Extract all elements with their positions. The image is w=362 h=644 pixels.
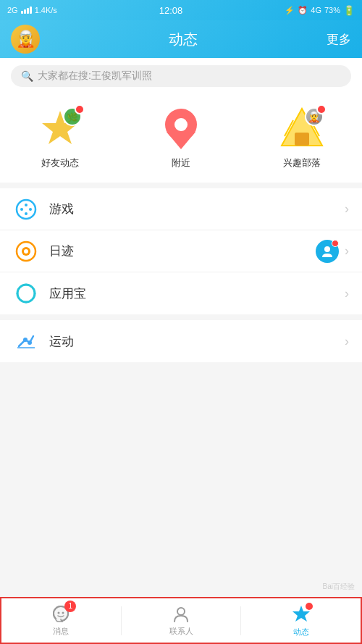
diary-chevron-icon: › xyxy=(345,243,349,259)
menu-item-diary[interactable]: 日迹 › xyxy=(0,230,362,272)
contacts-tab-label: 联系人 xyxy=(169,626,193,637)
quick-menu-section: 🌿 好友动态 附近 xyxy=(0,94,362,183)
bluetooth-icon: ⚡ xyxy=(285,6,295,15)
more-button[interactable]: 更多 xyxy=(327,31,351,48)
app-label: 应用宝 xyxy=(49,285,345,302)
svg-point-28 xyxy=(177,608,185,615)
game-icon xyxy=(13,196,39,222)
status-left: 2G 1.4K/s xyxy=(7,6,57,14)
svg-point-17 xyxy=(324,246,330,252)
menu-section-1: 游戏 › 日迹 › xyxy=(0,188,362,314)
svg-rect-6 xyxy=(295,133,309,146)
svg-point-22 xyxy=(28,340,32,345)
tab-item-moments[interactable]: 动态 xyxy=(241,598,361,643)
status-bar: 2G 1.4K/s 12:08 ⚡ ⏰ 4G 73% 🔋 xyxy=(0,0,362,20)
svg-point-9 xyxy=(17,200,35,219)
page-title: 动态 xyxy=(169,30,198,49)
diary-notification-dot xyxy=(332,240,339,247)
quick-item-tribe[interactable]: 🧝 兴趣部落 xyxy=(280,107,324,170)
network-type: 2G xyxy=(7,6,18,14)
nearby-location-icon xyxy=(162,109,200,149)
moments-tab-label: 动态 xyxy=(293,627,309,637)
tab-bar: 1 消息 联系人 动态 xyxy=(0,597,362,644)
svg-point-10 xyxy=(20,208,23,211)
tab-item-messages[interactable]: 1 消息 xyxy=(1,598,121,643)
game-label: 游戏 xyxy=(49,201,345,217)
search-bar-container: 🔍 大家都在搜:王俊凯军训照 xyxy=(0,58,362,94)
friends-label: 好友动态 xyxy=(41,156,79,170)
top-navigation: 🧝 动态 更多 xyxy=(0,20,362,58)
menu-section-2: 运动 › xyxy=(0,320,362,362)
sport-menu-right: › xyxy=(345,334,349,349)
search-input-area[interactable]: 🔍 大家都在搜:王俊凯军训照 xyxy=(11,65,351,87)
menu-item-game[interactable]: 游戏 › xyxy=(0,188,362,230)
diary-icon xyxy=(13,238,39,264)
game-menu-right: › xyxy=(345,201,349,217)
menu-item-sport[interactable]: 运动 › xyxy=(0,320,362,362)
diary-menu-right: › xyxy=(316,240,349,263)
app-menu-right: › xyxy=(345,286,349,301)
app-chevron-icon: › xyxy=(345,286,349,301)
alarm-icon: ⏰ xyxy=(298,6,308,15)
status-right: ⚡ ⏰ 4G 73% 🔋 xyxy=(285,5,355,16)
friends-icon-wrap: 🌿 xyxy=(38,107,82,151)
tab-item-contacts[interactable]: 联系人 xyxy=(122,598,241,643)
battery-level: 73% xyxy=(324,6,340,14)
svg-point-27 xyxy=(62,611,64,614)
svg-point-16 xyxy=(24,249,28,254)
game-chevron-icon: › xyxy=(345,201,349,217)
contacts-icon-wrap xyxy=(172,605,190,624)
moments-icon-wrap xyxy=(291,604,311,624)
contacts-icon xyxy=(172,605,190,624)
diary-notification xyxy=(316,240,339,263)
svg-point-13 xyxy=(25,212,28,215)
search-placeholder: 大家都在搜:王俊凯军训照 xyxy=(38,70,152,83)
signal-bars xyxy=(21,7,32,14)
tribe-icon-wrap: 🧝 xyxy=(280,107,324,151)
tribe-badge xyxy=(316,104,327,114)
svg-point-12 xyxy=(25,204,28,206)
moments-badge xyxy=(306,603,313,610)
messages-icon-wrap: 1 xyxy=(51,605,70,624)
search-icon: 🔍 xyxy=(21,70,33,82)
svg-point-11 xyxy=(29,208,32,211)
tribe-label: 兴趣部落 xyxy=(283,156,321,170)
quick-item-friends[interactable]: 🌿 好友动态 xyxy=(38,107,82,170)
watermark: Bai百经验 xyxy=(323,582,355,592)
diary-label: 日迹 xyxy=(49,243,316,259)
speed-indicator: 1.4K/s xyxy=(35,6,57,14)
status-time: 12:08 xyxy=(159,5,183,16)
friends-badge xyxy=(75,104,85,114)
sport-chevron-icon: › xyxy=(345,334,349,349)
svg-point-26 xyxy=(58,611,60,614)
battery-icon: 🔋 xyxy=(343,5,355,16)
app-icon xyxy=(13,280,39,306)
nearby-icon-wrap xyxy=(159,107,203,151)
svg-marker-2 xyxy=(167,132,195,149)
quick-item-nearby[interactable]: 附近 xyxy=(159,107,203,170)
signal-type: 4G xyxy=(311,6,321,14)
sport-icon xyxy=(13,328,39,354)
menu-item-app[interactable]: 应用宝 › xyxy=(0,272,362,314)
user-avatar[interactable]: 🧝 xyxy=(11,25,40,54)
svg-point-3 xyxy=(174,118,188,131)
nearby-label: 附近 xyxy=(172,156,190,170)
sport-label: 运动 xyxy=(49,333,345,350)
messages-badge: 1 xyxy=(64,601,76,612)
svg-point-21 xyxy=(23,338,28,342)
messages-tab-label: 消息 xyxy=(53,626,69,637)
